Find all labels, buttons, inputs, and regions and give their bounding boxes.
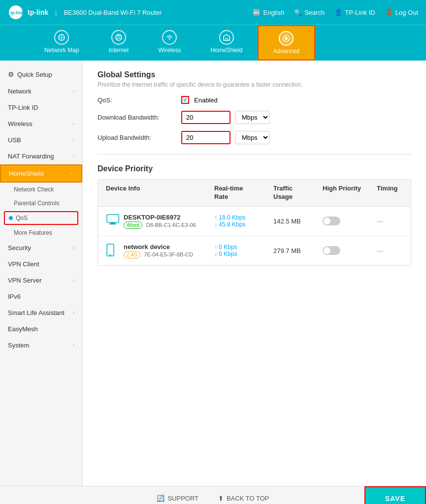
sidebar-more-features[interactable]: More Features bbox=[0, 226, 82, 240]
language-label: English bbox=[263, 9, 284, 16]
qos-field-label: QoS: bbox=[98, 96, 176, 104]
more-features-label: More Features bbox=[14, 229, 52, 236]
sidebar-item-tplink-id[interactable]: TP-Link ID bbox=[0, 99, 82, 116]
global-settings-section: Global Settings Prioritize the Internet … bbox=[98, 70, 411, 144]
rate-down-1: ↓ 45.8 Kbps bbox=[214, 221, 273, 228]
sidebar-item-system[interactable]: System › bbox=[0, 337, 82, 353]
nav-bar: Network Map Internet Wireless HomeShield… bbox=[0, 25, 426, 61]
save-button[interactable]: SAVE bbox=[364, 486, 426, 504]
upload-unit-select[interactable]: Mbps Kbps bbox=[235, 131, 270, 144]
download-bandwidth-row: Download Bandwidth: Mbps Kbps bbox=[98, 111, 411, 124]
upload-label: Upload Bandwidth: bbox=[98, 134, 176, 141]
rate-cell-1: ↑ 18.0 Kbps ↓ 45.8 Kbps bbox=[214, 214, 273, 228]
content-area: Global Settings Prioritize the Internet … bbox=[83, 61, 426, 486]
device-connection-2: 2.4G 7E-04-E5-3F-6B-CD bbox=[124, 251, 193, 258]
upload-bandwidth-row: Upload Bandwidth: Mbps Kbps bbox=[98, 131, 411, 144]
chevron-right-icon-7: › bbox=[73, 310, 74, 315]
language-selector[interactable]: 🔤 English bbox=[253, 9, 284, 16]
svg-point-7 bbox=[285, 37, 288, 40]
priority-toggle-2[interactable] bbox=[323, 246, 340, 255]
rate-cell-2: ↑ 0 Kbps ↓ 0 Kbps bbox=[214, 244, 273, 257]
support-label: SUPPORT bbox=[167, 495, 198, 502]
tp-link-logo: tp-link bbox=[8, 4, 24, 20]
qos-enabled-row: QoS: ✓ Enabled bbox=[98, 96, 411, 104]
nav-homeshield[interactable]: HomeShield bbox=[196, 25, 257, 61]
priority-cell-1 bbox=[323, 217, 377, 225]
sidebar-item-smart-life-label: Smart Life Assistant bbox=[8, 309, 65, 316]
quick-setup-label: Quick Setup bbox=[17, 71, 52, 78]
main-layout: ⚙ Quick Setup Network › TP-Link ID Wirel… bbox=[0, 61, 426, 486]
search-button[interactable]: 🔍 Search bbox=[294, 9, 325, 16]
network-check-label: Network Check bbox=[14, 186, 54, 193]
chevron-right-icon-8: › bbox=[73, 343, 74, 348]
chevron-right-icon-4: › bbox=[73, 154, 74, 159]
back-to-top-button[interactable]: ⬆ BACK TO TOP bbox=[218, 495, 269, 502]
search-icon: 🔍 bbox=[294, 9, 302, 16]
col-device-info: Device Info bbox=[106, 185, 214, 201]
rate-up-1: ↑ 18.0 Kbps bbox=[214, 214, 273, 221]
section-divider bbox=[98, 154, 411, 155]
nav-homeshield-label: HomeShield bbox=[210, 47, 242, 54]
chevron-right-icon: › bbox=[73, 89, 74, 94]
quick-setup-item[interactable]: ⚙ Quick Setup bbox=[0, 65, 82, 83]
support-icon: 🔄 bbox=[157, 495, 164, 502]
sidebar: ⚙ Quick Setup Network › TP-Link ID Wirel… bbox=[0, 61, 83, 486]
nav-advanced-label: Advanced bbox=[273, 48, 299, 55]
qos-checkbox[interactable]: ✓ bbox=[181, 96, 189, 104]
internet-icon bbox=[111, 30, 126, 45]
nav-network-map[interactable]: Network Map bbox=[30, 25, 94, 61]
download-bandwidth-input[interactable] bbox=[181, 111, 230, 124]
wireless-icon bbox=[162, 30, 177, 45]
priority-cell-2 bbox=[323, 246, 377, 255]
timing-cell-1: --- bbox=[377, 218, 411, 225]
sidebar-sub-parental-controls[interactable]: Parental Controls bbox=[0, 196, 82, 210]
chevron-right-icon-5: › bbox=[73, 245, 74, 251]
device-table-container: Device Info Real-timeRate TrafficUsage H… bbox=[98, 179, 411, 266]
sidebar-item-network[interactable]: Network › bbox=[0, 83, 82, 99]
nav-wireless-label: Wireless bbox=[158, 47, 181, 54]
sidebar-sub-qos[interactable]: QoS bbox=[4, 211, 78, 225]
sidebar-item-vpn-server-label: VPN Server bbox=[8, 277, 42, 284]
nav-advanced[interactable]: Advanced bbox=[258, 25, 315, 61]
sidebar-item-vpn-client[interactable]: VPN Client bbox=[0, 256, 82, 272]
sidebar-sub-network-check[interactable]: Network Check bbox=[0, 183, 82, 196]
download-unit-select[interactable]: Mbps Kbps bbox=[235, 111, 270, 124]
table-row: network device 2.4G 7E-04-E5-3F-6B-CD ↑ … bbox=[98, 236, 411, 265]
priority-toggle-1[interactable] bbox=[323, 217, 340, 225]
download-label: Download Bandwidth: bbox=[98, 114, 176, 121]
sidebar-item-security[interactable]: Security › bbox=[0, 240, 82, 256]
sidebar-item-wireless[interactable]: Wireless › bbox=[0, 116, 82, 132]
support-button[interactable]: 🔄 SUPPORT bbox=[157, 495, 198, 502]
table-header: Device Info Real-timeRate TrafficUsage H… bbox=[98, 180, 411, 207]
advanced-icon bbox=[279, 31, 294, 46]
nav-wireless[interactable]: Wireless bbox=[143, 25, 196, 61]
rate-up-2: ↑ 0 Kbps bbox=[214, 244, 273, 251]
device-name-2: network device bbox=[124, 243, 193, 251]
sidebar-item-homeshield[interactable]: HomeShield − bbox=[0, 164, 82, 183]
chevron-right-icon-2: › bbox=[73, 121, 74, 126]
logout-button[interactable]: 🚪 Log Out bbox=[385, 9, 418, 16]
svg-rect-10 bbox=[109, 223, 116, 224]
language-icon: 🔤 bbox=[253, 9, 261, 16]
sidebar-item-easymesh[interactable]: EasyMesh bbox=[0, 321, 82, 337]
svg-rect-8 bbox=[107, 215, 119, 222]
nav-internet[interactable]: Internet bbox=[94, 25, 144, 61]
network-map-icon bbox=[54, 30, 69, 45]
upload-bandwidth-input[interactable] bbox=[181, 131, 230, 144]
sidebar-item-nat-forwarding[interactable]: NAT Forwarding › bbox=[0, 148, 82, 164]
sidebar-item-ipv6[interactable]: IPv6 bbox=[0, 288, 82, 305]
wired-badge: Wired bbox=[124, 221, 142, 229]
tplink-id-button[interactable]: 👤 TP-Link ID bbox=[334, 9, 375, 16]
usage-cell-2: 279.7 MB bbox=[273, 247, 323, 254]
usage-cell-1: 142.5 MB bbox=[273, 218, 323, 225]
sidebar-item-vpn-server[interactable]: VPN Server › bbox=[0, 272, 82, 288]
qos-label: QoS bbox=[16, 215, 28, 221]
col-timing: Timing bbox=[377, 185, 411, 201]
sidebar-item-usb[interactable]: USB › bbox=[0, 132, 82, 148]
svg-point-12 bbox=[110, 254, 111, 256]
nav-internet-label: Internet bbox=[109, 47, 129, 54]
device-info-2: network device 2.4G 7E-04-E5-3F-6B-CD bbox=[106, 243, 214, 258]
sidebar-item-smart-life[interactable]: Smart Life Assistant › bbox=[0, 305, 82, 321]
sidebar-item-vpn-client-label: VPN Client bbox=[8, 260, 39, 268]
device-priority-section: Device Priority Device Info Real-timeRat… bbox=[98, 164, 411, 266]
